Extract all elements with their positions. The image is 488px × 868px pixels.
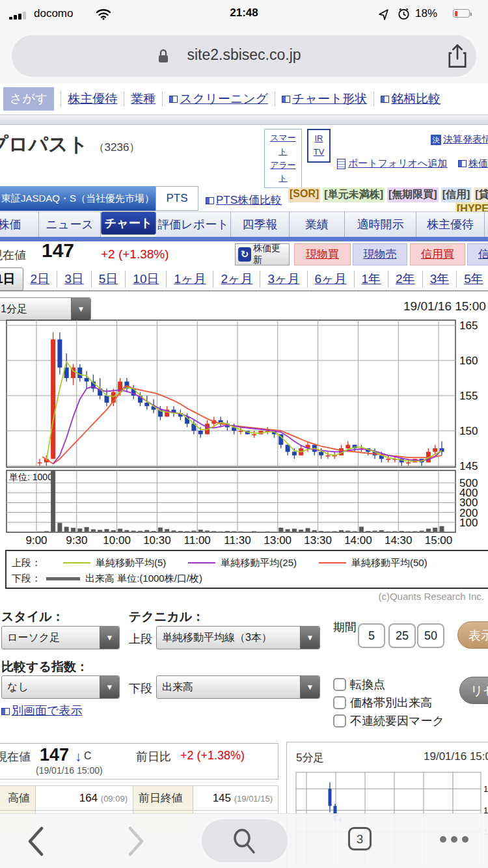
period-3年[interactable]: 3年 — [423, 271, 457, 288]
legend-item-label: 単純移動平均(25) — [221, 557, 297, 569]
candlestick-chart: 1651601551501455004003002001009:009:3010… — [0, 319, 488, 548]
smart-alert-button[interactable]: スマート アラート — [264, 129, 302, 188]
sidebar-item-3[interactable]: スクリーニング — [169, 90, 268, 107]
svg-text:1: 1 — [483, 784, 488, 794]
trade-button-信用買[interactable]: 信用買 — [410, 243, 465, 265]
refresh-icon: ↻ — [238, 247, 251, 262]
lower-pane-label: 下段 — [129, 681, 152, 696]
browser-url-bar: site2.sbisec.co.jp — [0, 29, 488, 83]
chevron-down-icon: ▼ — [100, 627, 119, 649]
period-3ヶ月[interactable]: 3ヶ月 — [260, 271, 307, 288]
market-tab-pts[interactable]: PTS — [156, 186, 198, 211]
kabuka-link[interactable]: 株価 — [468, 157, 488, 169]
checkbox-転換点[interactable] — [333, 678, 346, 691]
kessan-link-text[interactable]: 決算発表情報 — [443, 133, 488, 144]
sidebar-item-5[interactable]: 銘柄比較 — [381, 90, 441, 107]
period-1日[interactable]: 1日 — [0, 267, 23, 291]
reset-button[interactable]: リセット — [459, 677, 488, 704]
portfolio-doc-icon — [337, 159, 346, 169]
stock-badges-row1: [SOR][単元未満株][無期限買][信用][貸株][NISA][日計] — [288, 187, 488, 202]
tab-業績[interactable]: 業績 — [290, 211, 345, 237]
svg-text:単位: 1000: 単位: 1000 — [9, 472, 53, 482]
sidebar-item-4[interactable]: チャート形状 — [282, 90, 367, 107]
refresh-quote-button[interactable]: ↻株価更新 — [235, 243, 290, 265]
period-2ヶ月[interactable]: 2ヶ月 — [213, 271, 260, 288]
svg-text:165: 165 — [459, 319, 478, 332]
forward-button[interactable] — [125, 824, 147, 858]
svg-text:14:00: 14:00 — [344, 534, 372, 547]
period-2日[interactable]: 2日 — [23, 271, 58, 288]
address-field[interactable]: site2.sbisec.co.jp — [12, 35, 476, 77]
ma-period-input-3[interactable] — [417, 623, 444, 648]
header-divider-bar — [0, 115, 488, 125]
period-6ヶ月[interactable]: 6ヶ月 — [308, 271, 355, 288]
summary-price: 147 — [40, 745, 69, 765]
period-2年[interactable]: 2年 — [388, 271, 423, 288]
period-5日[interactable]: 5日 — [92, 271, 126, 288]
period-10日[interactable]: 10日 — [126, 271, 167, 288]
window-icon — [282, 96, 290, 103]
irtv-button[interactable]: IR TV — [307, 129, 331, 163]
trade-button-信用売[interactable]: 信用売 — [467, 243, 488, 265]
open-window-icon — [1, 708, 10, 715]
compare-select[interactable]: なし▼ — [1, 675, 120, 699]
pts-compare-text[interactable]: PTS株価比較 — [216, 194, 282, 206]
svg-text:9:00: 9:00 — [25, 534, 47, 547]
trade-button-現物買[interactable]: 現物買 — [294, 243, 351, 265]
market-tab-primary[interactable]: 東証JASDAQ・S（当社優先市場） — [0, 186, 156, 211]
portfolio-add-link[interactable]: ポートフォリオへ追加 — [348, 157, 447, 169]
open-in-window-link[interactable]: 別画面で表示 — [1, 703, 82, 718]
back-button[interactable] — [25, 824, 47, 858]
svg-text:10:00: 10:00 — [103, 534, 131, 547]
legend-lower-item: 出来高 単位:(1000株/口/枚) — [85, 573, 202, 585]
sidebar-item-0[interactable]: さがす — [3, 87, 54, 111]
tab-チャート[interactable]: チャート — [101, 211, 156, 235]
tab-評価レポート[interactable]: 評価レポート — [156, 211, 231, 237]
period-1ヶ月[interactable]: 1ヶ月 — [167, 271, 213, 288]
technical-lower-select[interactable]: 出来高▼ — [156, 675, 320, 699]
change-label: 前日比 — [136, 749, 171, 765]
pts-compare-link[interactable]: PTS株価比較 — [206, 193, 282, 208]
sidebar-item-2[interactable]: 業種 — [131, 90, 156, 107]
checkbox-label: 不連続要因マーク — [350, 713, 444, 729]
tab-四季報[interactable]: 四季報 — [231, 211, 290, 237]
irtv-line1[interactable]: IR — [311, 132, 327, 146]
irtv-line2[interactable]: TV — [311, 146, 327, 159]
prev-close-price: 145 — [213, 792, 231, 804]
svg-text:15:00: 15:00 — [425, 534, 453, 547]
tabs-button[interactable]: 3 — [348, 827, 372, 850]
tab-株主優待[interactable]: 株主優待 — [416, 211, 485, 237]
period-3日[interactable]: 3日 — [57, 271, 92, 288]
kessan-link[interactable]: 決決算発表情報 — [431, 133, 488, 146]
share-icon[interactable] — [446, 43, 468, 69]
trade-button-現物売[interactable]: 現物売 — [353, 243, 407, 265]
smart-alert-line2[interactable]: アラート — [267, 159, 299, 186]
ma-swatch — [63, 562, 90, 563]
interval-select-value: 1分足 — [0, 303, 71, 316]
more-menu-button[interactable] — [440, 836, 468, 843]
open-window-text[interactable]: 別画面で表示 — [12, 704, 82, 717]
chart-legend: 上段： 単純移動平均(5)単純移動平均(25)単純移動平均(50) 下段： 出来… — [5, 550, 488, 589]
technical-upper-select[interactable]: 単純移動平均線（3本）▼ — [156, 626, 320, 649]
stock-badge: [無期限買] — [387, 187, 439, 202]
svg-text:11:00: 11:00 — [184, 534, 211, 547]
tab-株価[interactable]: 株価 — [0, 211, 39, 237]
ma-period-input-1[interactable] — [358, 623, 385, 648]
period-selector: 1日2日3日5日10日1ヶ月2ヶ月3ヶ月6ヶ月1年2年3年5年10年20年30年 — [0, 268, 488, 292]
checkbox-不連続要因マーク[interactable] — [333, 714, 346, 727]
interval-select[interactable]: 1分足▼ — [0, 297, 91, 321]
price-down-arrow: ↓ — [75, 749, 82, 765]
period-1年[interactable]: 1年 — [355, 271, 389, 288]
search-button[interactable] — [202, 819, 288, 862]
period-5年[interactable]: 5年 — [457, 271, 488, 288]
tab-適時開示[interactable]: 適時開示 — [345, 211, 416, 237]
smart-alert-line1[interactable]: スマート — [267, 131, 299, 159]
svg-text:11:30: 11:30 — [224, 534, 251, 547]
tab-ニュース[interactable]: ニュース — [39, 211, 101, 237]
checkbox-価格帯別出来高[interactable] — [333, 696, 346, 709]
sidebar-item-1[interactable]: 株主優待 — [68, 90, 117, 107]
tab-分析[interactable]: 分析 — [485, 211, 488, 237]
show-button[interactable]: 表示 — [457, 621, 488, 649]
ma-period-input-2[interactable] — [388, 623, 416, 648]
style-select[interactable]: ローソク足▼ — [1, 626, 120, 649]
